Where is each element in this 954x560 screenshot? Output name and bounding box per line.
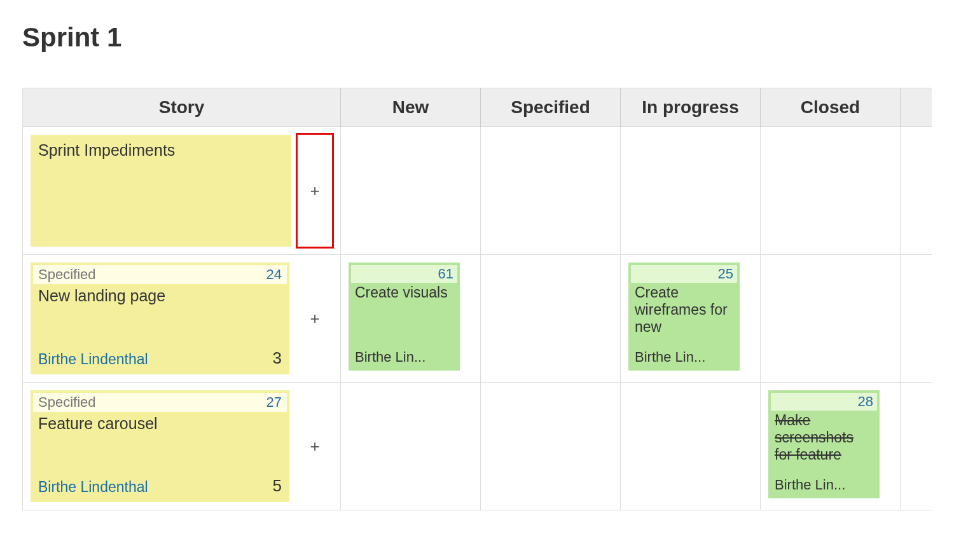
story-title: Sprint Impediments	[38, 141, 284, 160]
add-task-column: +	[296, 390, 334, 502]
task-card-closed[interactable]: 28Make screenshots for featureBirthe Lin…	[768, 390, 880, 498]
story-points: 5	[273, 476, 282, 496]
task-id: 61	[351, 265, 457, 283]
task-id: 28	[771, 393, 877, 411]
task-board: Story New Specified In progress Closed S…	[22, 88, 932, 510]
board-row: Specified24New landing pageBirthe Linden…	[23, 255, 932, 383]
cell-in_progress[interactable]: 25Create wireframes for newBirthe Lin...	[621, 255, 761, 382]
page-title: Sprint 1	[22, 22, 932, 53]
add-task-button[interactable]: +	[310, 438, 319, 454]
add-task-button[interactable]: +	[310, 182, 319, 199]
story-status: Specified	[38, 394, 96, 411]
board-row: Sprint Impediments+	[23, 127, 932, 255]
story-status: Specified	[38, 266, 96, 283]
add-task-button[interactable]: +	[310, 310, 319, 327]
column-header-closed: Closed	[761, 88, 901, 126]
cell-closed[interactable]: 28Make screenshots for featureBirthe Lin…	[761, 383, 901, 510]
task-card-in_progress[interactable]: 25Create wireframes for newBirthe Lin...	[628, 263, 740, 371]
task-title: Create wireframes for new	[635, 284, 733, 336]
cell-in_progress[interactable]	[621, 127, 761, 254]
column-header-in-progress: In progress	[621, 88, 761, 126]
column-header-story: Story	[23, 88, 341, 126]
story-title: New landing page	[38, 287, 282, 305]
story-title: Feature carousel	[38, 414, 282, 433]
cell-specified[interactable]	[481, 383, 621, 510]
column-header-specified: Specified	[481, 88, 621, 126]
story-id: 24	[266, 266, 282, 283]
column-header-new: New	[341, 88, 481, 126]
story-cell: Specified24New landing pageBirthe Linden…	[23, 255, 341, 382]
story-cell: Specified27Feature carouselBirthe Linden…	[23, 383, 341, 510]
add-task-column: +	[296, 133, 334, 249]
add-task-column: +	[296, 263, 334, 374]
cell-new[interactable]: 61Create visualsBirthe Lin...	[341, 255, 481, 382]
task-assignee: Birthe Lin...	[355, 349, 453, 365]
board-row: Specified27Feature carouselBirthe Linden…	[23, 383, 932, 510]
story-assignee[interactable]: Birthe Lindenthal	[38, 351, 148, 368]
story-id: 27	[266, 394, 282, 411]
cell-closed[interactable]	[761, 127, 901, 254]
task-assignee: Birthe Lin...	[775, 477, 873, 493]
task-card-new[interactable]: 61Create visualsBirthe Lin...	[349, 263, 460, 371]
story-card[interactable]: Sprint Impediments	[31, 135, 291, 247]
story-card[interactable]: Specified24New landing pageBirthe Linden…	[31, 263, 289, 374]
cell-new[interactable]	[341, 383, 481, 510]
story-assignee[interactable]: Birthe Lindenthal	[38, 479, 148, 496]
board-header: Story New Specified In progress Closed	[23, 88, 932, 127]
task-title: Create visuals	[355, 284, 453, 301]
story-card[interactable]: Specified27Feature carouselBirthe Linden…	[31, 390, 289, 502]
cell-closed[interactable]	[761, 255, 901, 382]
cell-specified[interactable]	[481, 127, 621, 254]
story-cell: Sprint Impediments+	[23, 127, 341, 254]
task-assignee: Birthe Lin...	[635, 349, 733, 365]
cell-in_progress[interactable]	[621, 383, 761, 510]
task-id: 25	[631, 265, 737, 283]
story-points: 3	[273, 348, 282, 368]
cell-new[interactable]	[341, 127, 481, 254]
task-title: Make screenshots for feature	[775, 412, 873, 463]
cell-specified[interactable]	[481, 255, 621, 382]
